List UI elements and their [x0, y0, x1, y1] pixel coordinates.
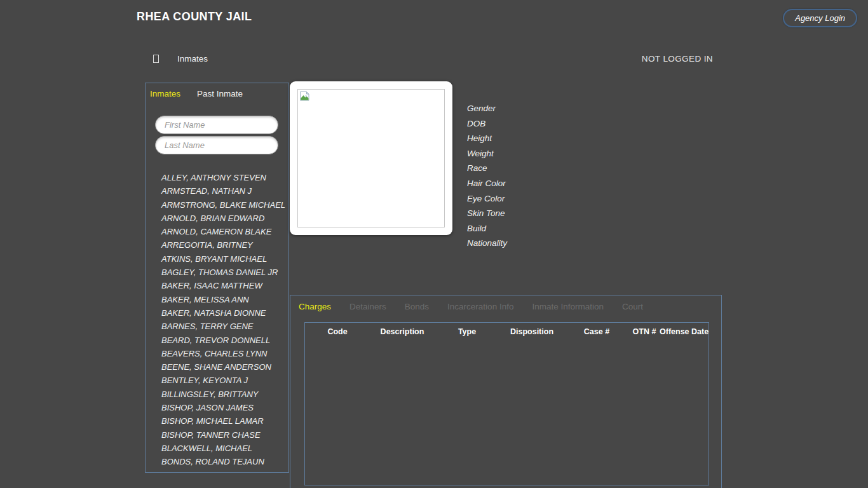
inmate-attribute-label: Gender: [467, 101, 507, 116]
broken-image-icon: [299, 91, 310, 102]
page-title: RHEA COUNTY JAIL: [137, 10, 252, 24]
inmate-attribute-label: Hair Color: [467, 176, 507, 191]
inmate-details-panel: Charges Detainers Bonds Incarceration In…: [290, 295, 722, 488]
inmate-list-item[interactable]: ATKINS, BRYANT MICHAEL: [161, 252, 288, 266]
inmate-list-item[interactable]: BAGLEY, THOMAS DANIEL JR: [161, 266, 288, 279]
inmate-list: ALLEY, ANTHONY STEVEN ARMSTEAD, NATHAN J…: [161, 171, 288, 469]
inmate-attribute-label: Weight: [467, 146, 507, 161]
inmate-list-item[interactable]: BISHOP, TANNER CHASE: [161, 428, 288, 442]
roster-tab[interactable]: Inmates: [150, 89, 180, 98]
inmate-list-item[interactable]: BEENE, SHANE ANDERSON: [161, 360, 288, 374]
details-tab[interactable]: Court: [622, 302, 643, 311]
first-name-input[interactable]: [155, 116, 278, 134]
charges-column-header: OTN #: [629, 327, 660, 336]
inmate-list-item[interactable]: BARNES, TERRY GENE: [161, 320, 288, 333]
inmate-attribute-labels: Gender DOB Height Weight Race Hair Color…: [467, 101, 507, 251]
header: RHEA COUNTY JAIL Agency Login: [0, 0, 868, 38]
inmate-attribute-label: DOB: [467, 116, 507, 132]
charges-column-header: Case #: [564, 327, 629, 336]
inmate-list-item[interactable]: ARNOLD, CAMERON BLAKE: [161, 225, 288, 238]
inmate-list-item[interactable]: BILLINGSLEY, BRITTANY: [161, 388, 288, 401]
last-name-input[interactable]: [155, 136, 278, 154]
inmate-list-item[interactable]: BAKER, ISAAC MATTHEW: [161, 279, 288, 292]
charges-column-header: Disposition: [499, 327, 564, 336]
inmate-photo-placeholder: [297, 89, 445, 227]
inmate-attribute-label: Height: [467, 131, 507, 146]
inmate-list-item[interactable]: ARREGOITIA, BRITNEY: [161, 238, 288, 252]
agency-login-button[interactable]: Agency Login: [783, 9, 857, 27]
nav-item-inmates[interactable]: Inmates: [153, 54, 208, 64]
inmate-list-item[interactable]: ARMSTEAD, NATHAN J: [161, 184, 288, 198]
inmate-search-panel: Inmates Past Inmate ALLEY, ANTHONY STEVE…: [145, 83, 289, 473]
details-tab[interactable]: Bonds: [405, 302, 429, 311]
inmate-photo-card: [290, 81, 452, 235]
inmate-attribute-label: Nationality: [467, 236, 507, 251]
charges-column-header: Offense Date: [660, 327, 709, 336]
details-tab[interactable]: Detainers: [349, 302, 386, 311]
inmate-attribute-label: Build: [467, 221, 507, 236]
inmate-list-item[interactable]: BEAVERS, CHARLES LYNN: [161, 347, 288, 360]
inmate-list-item[interactable]: ARNOLD, BRIAN EDWARD: [161, 212, 288, 225]
inmate-list-item[interactable]: BONDS, ROLAND TEJAUN: [161, 455, 288, 468]
details-tab[interactable]: Incarceration Info: [447, 302, 513, 311]
inmate-list-item[interactable]: BENTLEY, KEYONTA J: [161, 374, 288, 387]
charges-column-header: Description: [370, 327, 435, 336]
inmate-list-item[interactable]: BLACKWELL, MICHAEL: [161, 442, 288, 455]
charges-column-header: Type: [435, 327, 499, 336]
inmate-attribute-label: Race: [467, 161, 507, 176]
inmate-list-item[interactable]: ARMSTRONG, BLAKE MICHAEL: [161, 198, 288, 212]
search-fields: [155, 116, 278, 154]
inmate-attribute-label: Eye Color: [467, 191, 507, 207]
details-tab[interactable]: Charges: [299, 302, 331, 311]
details-tab[interactable]: Inmate Information: [532, 302, 604, 311]
inmate-list-item[interactable]: ALLEY, ANTHONY STEVEN: [161, 171, 288, 184]
inmate-attribute-label: Skin Tone: [467, 206, 507, 221]
roster-tab[interactable]: Past Inmate: [197, 89, 243, 98]
inmate-list-item[interactable]: BISHOP, MICHAEL LAMAR: [161, 414, 288, 428]
charges-table: Code Description Type Disposition Case #…: [304, 322, 709, 485]
inmate-list-item[interactable]: BEARD, TREVOR DONNELL: [161, 334, 288, 347]
inmate-detail-area: Gender DOB Height Weight Race Hair Color…: [290, 83, 723, 488]
charges-table-header: Code Description Type Disposition Case #…: [305, 323, 709, 336]
nav-bar: Inmates NOT LOGGED IN: [145, 51, 723, 66]
nav-inmates-label: Inmates: [177, 54, 208, 64]
details-tabs: Charges Detainers Bonds Incarceration In…: [299, 302, 709, 311]
charges-column-header: Code: [305, 327, 370, 336]
photo-row: Gender DOB Height Weight Race Hair Color…: [290, 81, 723, 251]
missing-glyph-icon: [153, 55, 159, 63]
inmate-list-item[interactable]: BAKER, NATASHA DIONNE: [161, 306, 288, 320]
roster-tabs: Inmates Past Inmate: [150, 89, 288, 98]
login-status-text: NOT LOGGED IN: [642, 54, 713, 64]
inmate-list-item[interactable]: BAKER, MELISSA ANN: [161, 293, 288, 306]
main-content: Inmates Past Inmate ALLEY, ANTHONY STEVE…: [145, 83, 723, 488]
inmate-list-item[interactable]: BISHOP, JASON JAMES: [161, 401, 288, 414]
